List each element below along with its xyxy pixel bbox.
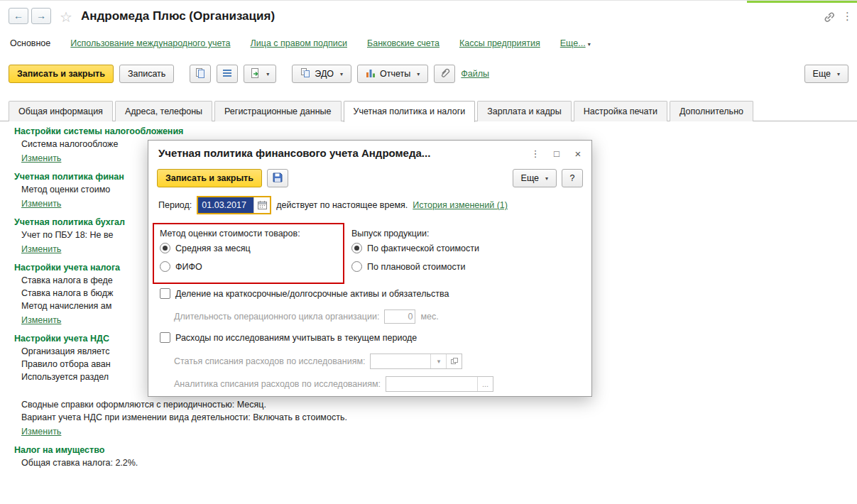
period-row: Период: 01.03.2017 действует по настояще… (158, 196, 508, 214)
tab-addresses[interactable]: Адреса, телефоны (115, 101, 212, 121)
nav-item-cash-desks[interactable]: Кассы предприятия (459, 38, 540, 48)
history-link[interactable]: История изменений (1) (413, 200, 508, 210)
change-link[interactable]: Изменить (21, 244, 61, 255)
change-link[interactable]: Изменить (21, 153, 61, 164)
cycle-length-field[interactable]: 0 (384, 309, 415, 324)
link-icon[interactable] (823, 11, 836, 23)
section-property-tax: Налог на имущество Общая ставка налога: … (14, 444, 653, 469)
radio-icon (160, 261, 170, 272)
period-value[interactable]: 01.03.2017 (198, 197, 253, 213)
save-button[interactable]: Записать (119, 65, 174, 83)
research-analytics-label: Аналитика списания расходов по исследова… (174, 379, 381, 389)
checkbox-icon (160, 288, 170, 299)
change-link[interactable]: Изменить (21, 427, 61, 437)
section-text: Общая ставка налога: 2.2%. (21, 458, 653, 469)
checkbox-division-assets[interactable]: Деление на краткосрочные/долгосрочные ак… (160, 288, 449, 299)
dialog-titlebar-buttons: ⋮ □ × (528, 146, 586, 160)
window-accent-strip (747, 1, 857, 3)
checkbox-icon (160, 332, 170, 343)
radio-label: По фактической стоимости (367, 243, 479, 253)
create-based-on-icon (251, 68, 260, 80)
output-group-label: Выпуск продукции: (351, 229, 429, 239)
research-analytics-row: Аналитика списания расходов по исследова… (174, 376, 493, 392)
tab-print-settings[interactable]: Настройка печати (574, 101, 667, 121)
paperclip-icon (440, 67, 450, 80)
list-icon (222, 69, 232, 80)
combo-caret-icon[interactable]: ▾ (430, 354, 446, 368)
change-link[interactable]: Изменить (21, 315, 61, 326)
period-label: Период: (158, 200, 192, 210)
radio-average-month[interactable]: Средняя за месяц (160, 243, 251, 253)
caret-down-icon: ▾ (545, 175, 548, 182)
dialog-maximize-button[interactable]: □ (549, 146, 564, 160)
dialog-help-button[interactable]: ? (562, 169, 583, 187)
period-field[interactable]: 01.03.2017 (197, 196, 271, 214)
caret-down-icon: ▾ (266, 71, 269, 77)
forward-button[interactable]: → (31, 8, 51, 24)
field-value (386, 377, 477, 391)
checkbox-label: Расходы по исследованиям учитывать в тек… (175, 333, 417, 343)
create-based-on-button[interactable]: ▾ (244, 65, 276, 83)
files-link[interactable]: Файлы (461, 69, 489, 79)
research-analytics-field[interactable]: ... (386, 376, 493, 392)
more-button[interactable]: Еще ▾ (804, 65, 848, 83)
dialog-more-button[interactable]: Еще ▾ (513, 169, 557, 187)
edo-label: ЭДО (315, 69, 334, 79)
floppy-save-icon (273, 172, 283, 185)
cycle-length-label: Длительность операционного цикла организ… (174, 312, 379, 322)
valuation-group-label: Метод оценки стоимости товаров: (160, 229, 300, 239)
dialog-close-button[interactable]: × (570, 146, 586, 160)
edo-button[interactable]: ЭДО ▾ (292, 65, 351, 83)
save-close-button[interactable]: Записать и закрыть (9, 65, 114, 83)
radio-icon (160, 243, 170, 253)
list-button[interactable] (217, 65, 238, 83)
ellipsis-button[interactable]: ... (477, 377, 493, 391)
change-link[interactable]: Изменить (21, 199, 61, 209)
tab-additional[interactable]: Дополнительно (670, 101, 753, 121)
nav-item-international-accounting[interactable]: Использование международного учета (70, 38, 230, 48)
favorite-star-icon[interactable]: ☆ (60, 9, 72, 26)
open-icon[interactable] (446, 354, 462, 368)
attachments-button[interactable] (434, 65, 455, 83)
nav-more-label[interactable]: Еще... (560, 38, 586, 48)
calendar-icon[interactable] (253, 197, 270, 213)
radio-planned-cost[interactable]: По плановой стоимости (351, 261, 465, 272)
caret-down-icon: ▾ (340, 71, 343, 77)
dialog-command-bar: Записать и закрыть Еще ▾ ? (157, 169, 583, 187)
copy-document-button[interactable] (190, 65, 211, 83)
app-window: ← → ☆ Андромеда Плюс (Организация) ⋮ Осн… (0, 0, 857, 504)
tab-accounting-policy[interactable]: Учетная политика и налоги (344, 101, 476, 122)
tab-salary-hr[interactable]: Зарплата и кадры (477, 101, 572, 121)
radio-actual-cost[interactable]: По фактической стоимости (351, 243, 479, 253)
reports-chart-icon (366, 69, 376, 80)
nav-more-menu[interactable]: Еще...▾ (560, 38, 591, 48)
nav-item-main[interactable]: Основное (10, 38, 50, 48)
reports-button[interactable]: Отчеты ▾ (357, 65, 428, 83)
nav-item-signing-persons[interactable]: Лица с правом подписи (251, 38, 347, 48)
research-expense-item-field[interactable]: ▾ (370, 354, 462, 369)
window-menu-icon[interactable]: ⋮ (842, 10, 853, 23)
section-heading: Настройки системы налогообложения (14, 126, 653, 137)
tab-registration-data[interactable]: Регистрационные данные (214, 101, 341, 121)
dialog-save-button[interactable] (267, 169, 288, 187)
edo-icon (300, 68, 310, 80)
section-text: Вариант учета НДС при изменении вида дея… (21, 412, 653, 423)
tab-general-info[interactable]: Общая информация (9, 101, 113, 121)
back-button[interactable]: ← (9, 8, 28, 24)
dialog-save-close-button[interactable]: Записать и закрыть (157, 169, 262, 187)
radio-icon (351, 243, 362, 253)
radio-fifo[interactable]: ФИФО (160, 261, 202, 272)
radio-label: ФИФО (175, 262, 202, 272)
caret-down-icon: ▾ (588, 41, 591, 48)
dialog-menu-button[interactable]: ⋮ (528, 146, 543, 160)
tab-strip: Общая информация Адреса, телефоны Регист… (0, 101, 857, 121)
nav-item-bank-accounts[interactable]: Банковские счета (367, 38, 440, 48)
cycle-unit-label: мес. (420, 312, 438, 322)
checkbox-research-expenses[interactable]: Расходы по исследованиям учитывать в тек… (160, 332, 417, 343)
dialog-more-label: Еще (521, 173, 539, 183)
radio-icon (351, 261, 362, 272)
section-text: Сводные справки оформляются с периодично… (21, 400, 653, 410)
caret-down-icon: ▾ (417, 71, 420, 77)
toolbar: Записать и закрыть Записать ▾ ЭДО ▾ (9, 63, 848, 84)
header: ← → ☆ Андромеда Плюс (Организация) ⋮ (0, 5, 857, 31)
